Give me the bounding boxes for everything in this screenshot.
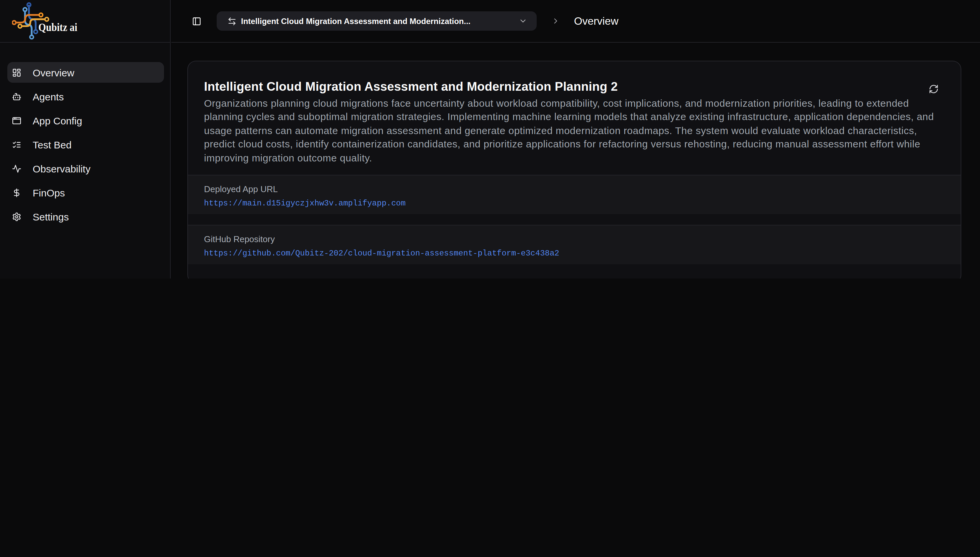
svg-text:Qubitz ai: Qubitz ai (38, 21, 77, 33)
